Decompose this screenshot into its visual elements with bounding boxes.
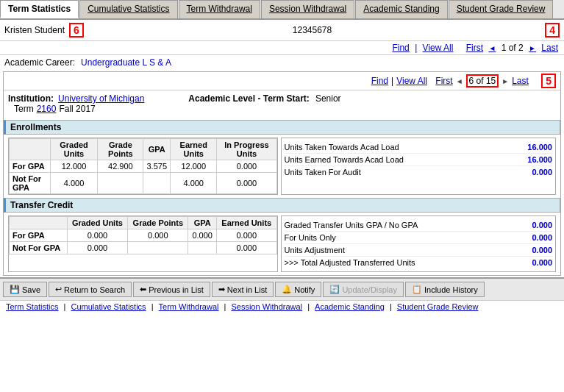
col-header-in-progress: In Progress Units bbox=[217, 139, 276, 160]
inner-last-link[interactable]: Last bbox=[512, 76, 529, 86]
prev-icon: ⬅ bbox=[140, 285, 146, 294]
institution-row: Institution: University of Michigan Term… bbox=[4, 90, 560, 117]
col-header-gpa: GPA bbox=[143, 139, 171, 160]
return-to-search-button[interactable]: ↩ Return to Search bbox=[49, 282, 132, 297]
inner-next-arrow[interactable]: ► bbox=[501, 77, 509, 85]
view-all-link[interactable]: View All bbox=[423, 43, 454, 53]
notify-button[interactable]: 🔔 Notify bbox=[275, 282, 321, 297]
tab-bar: Term Statistics Cumulative Statistics Te… bbox=[0, 0, 564, 20]
trans-col-earned: Earned Units bbox=[217, 217, 276, 229]
trans-not-gpa-label: Not For GPA bbox=[10, 242, 68, 254]
trans-for-gpa-graded: 0.000 bbox=[67, 229, 128, 242]
tab-term-withdrawal[interactable]: Term Withdrawal bbox=[179, 0, 260, 18]
term-name: Fall 2017 bbox=[59, 104, 95, 114]
trans-col-grade-points: Grade Points bbox=[128, 217, 188, 229]
units-taken-value: 16.000 bbox=[527, 143, 552, 152]
bottom-buttons-bar: 💾 Save ↩ Return to Search ⬅ Previous in … bbox=[0, 277, 564, 300]
bottom-link-grade-review[interactable]: Student Grade Review bbox=[397, 302, 479, 311]
term-label: Term bbox=[14, 104, 34, 114]
next-icon: ➡ bbox=[218, 285, 225, 294]
update-icon: 🔄 bbox=[329, 285, 340, 294]
transfer-right-row: Graded Transfer Units GPA / No GPA 0.000 bbox=[285, 219, 553, 232]
table-row: For GPA 12.000 42.900 3.575 12.000 0.000 bbox=[10, 160, 277, 173]
bottom-link-term-wd[interactable]: Term Withdrawal bbox=[159, 302, 219, 311]
bottom-link-acad-standing[interactable]: Academic Standing bbox=[315, 302, 385, 311]
history-label: Include History bbox=[424, 285, 478, 294]
transfer-table: Graded Units Grade Points GPA Earned Uni… bbox=[8, 215, 278, 272]
academic-career-row: Academic Career: Undergraduate L S & A bbox=[0, 55, 564, 70]
enrollments-right-panel: Units Taken Towards Acad Load 16.000 Uni… bbox=[281, 138, 557, 195]
tab-cumulative-statistics[interactable]: Cumulative Statistics bbox=[79, 0, 177, 18]
enroll-for-gpa-earned-units: 12.000 bbox=[171, 160, 217, 173]
transfer-right-row: >>> Total Adjusted Transferred Units 0.0… bbox=[285, 257, 553, 268]
units-audit-value: 0.000 bbox=[532, 168, 552, 177]
inner-nav-of: 6 of 15 bbox=[466, 74, 499, 88]
inner-find-bar-right: Find | View All First ◄ 6 of 15 ► Last 5 bbox=[371, 74, 556, 88]
enroll-for-gpa-grade-points: 42.900 bbox=[98, 160, 143, 173]
link-sep: | bbox=[64, 302, 66, 311]
transfer-section-header: Transfer Credit bbox=[4, 198, 560, 213]
units-earned-value: 16.000 bbox=[527, 155, 552, 164]
badge-4: 4 bbox=[545, 23, 560, 38]
col-header-grade-points: Grade Points bbox=[98, 139, 143, 160]
bottom-link-cum-stats[interactable]: Cumulative Statistics bbox=[71, 302, 146, 311]
institution-label: Institution: bbox=[8, 93, 54, 104]
enroll-for-gpa-in-progress: 0.000 bbox=[217, 160, 276, 173]
next-in-list-button[interactable]: ➡ Next in List bbox=[212, 282, 274, 297]
save-icon: 💾 bbox=[10, 285, 20, 294]
link-sep: | bbox=[224, 302, 226, 311]
find-link[interactable]: Find bbox=[392, 43, 409, 53]
tab-student-grade-review[interactable]: Student Grade Review bbox=[449, 0, 554, 18]
trans-units-only-value: 0.000 bbox=[532, 233, 552, 242]
bottom-link-term-stats[interactable]: Term Statistics bbox=[6, 302, 59, 311]
inner-prev-arrow[interactable]: ◄ bbox=[456, 77, 463, 85]
link-sep: | bbox=[390, 302, 392, 311]
trans-not-gpa-earned: 0.000 bbox=[217, 242, 276, 254]
enrollments-grid: Graded Units Grade Points GPA Earned Uni… bbox=[8, 138, 556, 195]
term-code[interactable]: 2160 bbox=[37, 104, 57, 114]
save-button[interactable]: 💾 Save bbox=[3, 282, 47, 297]
acad-level-value: Senior bbox=[315, 93, 341, 104]
tab-session-withdrawal[interactable]: Session Withdrawal bbox=[261, 0, 354, 18]
student-id: 12345678 bbox=[293, 25, 332, 35]
enroll-not-gpa-in-progress: 0.000 bbox=[217, 173, 276, 194]
badge-6: 6 bbox=[69, 23, 84, 38]
bottom-link-sess-wd[interactable]: Session Withdrawal bbox=[231, 302, 302, 311]
enrollments-table: Graded Units Grade Points GPA Earned Uni… bbox=[8, 138, 278, 195]
inner-find-link[interactable]: Find bbox=[371, 76, 388, 86]
academic-career-value: Undergraduate L S & A bbox=[81, 57, 171, 68]
previous-in-list-button[interactable]: ⬅ Previous in List bbox=[133, 282, 210, 297]
trans-not-gpa-graded: 0.000 bbox=[67, 242, 128, 254]
transfer-right-panel: Graded Transfer Units GPA / No GPA 0.000… bbox=[281, 215, 557, 272]
col-header-graded-units: Graded Units bbox=[50, 139, 98, 160]
trans-units-only-label: For Units Only bbox=[285, 233, 532, 242]
trans-not-gpa-gpa bbox=[188, 242, 217, 254]
institution-value[interactable]: University of Michigan bbox=[58, 93, 144, 104]
next-label: Next in List bbox=[227, 285, 267, 294]
include-history-button[interactable]: 📋 Include History bbox=[405, 282, 485, 297]
row-label-not-for-gpa: Not For GPA bbox=[10, 173, 51, 194]
inst-right: Academic Level - Term Start: Senior bbox=[188, 93, 340, 104]
link-sep: | bbox=[307, 302, 310, 311]
inner-first-link[interactable]: First bbox=[435, 76, 452, 86]
inner-section: Find | View All First ◄ 6 of 15 ► Last 5… bbox=[3, 71, 561, 276]
bottom-links-bar: Term Statistics | Cumulative Statistics … bbox=[0, 300, 564, 313]
last-link[interactable]: Last bbox=[541, 43, 558, 53]
tab-term-statistics[interactable]: Term Statistics bbox=[0, 0, 79, 18]
units-taken-label: Units Taken Towards Acad Load bbox=[285, 143, 528, 152]
inst-left: Institution: University of Michigan Term… bbox=[8, 93, 144, 114]
first-link[interactable]: First bbox=[466, 43, 483, 53]
enroll-for-gpa-gpa: 3.575 bbox=[143, 160, 171, 173]
badge-5: 5 bbox=[541, 74, 556, 88]
return-icon: ↩ bbox=[55, 285, 62, 294]
enrollments-section-header: Enrollments bbox=[4, 120, 560, 135]
tab-academic-standing[interactable]: Academic Standing bbox=[355, 0, 447, 18]
prev-arrow[interactable]: ◄ bbox=[488, 44, 496, 52]
update-display-button[interactable]: 🔄 Update/Display bbox=[323, 282, 404, 297]
units-audit-label: Units Taken For Audit bbox=[285, 168, 532, 177]
transfer-right-row: Units Adjustment 0.000 bbox=[285, 244, 553, 257]
inner-find-bar: Find | View All First ◄ 6 of 15 ► Last 5 bbox=[4, 72, 560, 90]
inner-view-all-link[interactable]: View All bbox=[396, 76, 427, 86]
trans-for-gpa-label: For GPA bbox=[10, 229, 68, 242]
next-arrow[interactable]: ► bbox=[529, 44, 536, 52]
